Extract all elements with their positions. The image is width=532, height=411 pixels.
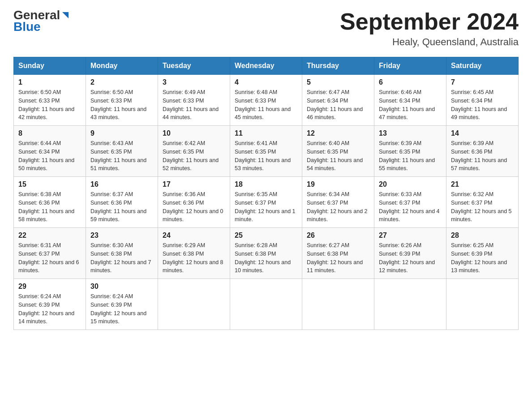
calendar-cell: 15 Sunrise: 6:38 AM Sunset: 6:36 PM Dayl…: [14, 177, 86, 228]
day-info: Sunrise: 6:48 AM Sunset: 6:33 PM Dayligh…: [235, 88, 297, 122]
day-number: 4: [235, 78, 297, 86]
calendar-week-3: 15 Sunrise: 6:38 AM Sunset: 6:36 PM Dayl…: [14, 177, 519, 228]
calendar-cell: 28 Sunrise: 6:25 AM Sunset: 6:39 PM Dayl…: [446, 228, 519, 279]
calendar-cell: 14 Sunrise: 6:39 AM Sunset: 6:36 PM Dayl…: [446, 126, 519, 177]
calendar-cell: [446, 279, 519, 330]
calendar-week-2: 8 Sunrise: 6:44 AM Sunset: 6:34 PM Dayli…: [14, 126, 519, 177]
day-info: Sunrise: 6:32 AM Sunset: 6:37 PM Dayligh…: [451, 190, 514, 224]
calendar-cell: 17 Sunrise: 6:36 AM Sunset: 6:36 PM Dayl…: [158, 177, 230, 228]
logo: General Blue: [13, 9, 71, 34]
header-saturday: Saturday: [446, 57, 519, 75]
day-number: 29: [18, 283, 81, 291]
calendar-cell: 25 Sunrise: 6:28 AM Sunset: 6:38 PM Dayl…: [230, 228, 302, 279]
day-number: 20: [379, 180, 442, 188]
day-info: Sunrise: 6:44 AM Sunset: 6:34 PM Dayligh…: [18, 139, 81, 173]
day-number: 12: [307, 129, 369, 137]
calendar-cell: 18 Sunrise: 6:35 AM Sunset: 6:37 PM Dayl…: [230, 177, 302, 228]
calendar-cell: 16 Sunrise: 6:37 AM Sunset: 6:36 PM Dayl…: [86, 177, 158, 228]
calendar-cell: 12 Sunrise: 6:40 AM Sunset: 6:35 PM Dayl…: [302, 126, 374, 177]
calendar-cell: 19 Sunrise: 6:34 AM Sunset: 6:37 PM Dayl…: [302, 177, 374, 228]
calendar-cell: [374, 279, 446, 330]
calendar-cell: 2 Sunrise: 6:50 AM Sunset: 6:33 PM Dayli…: [86, 75, 158, 126]
calendar-header-row: Sunday Monday Tuesday Wednesday Thursday…: [14, 57, 519, 75]
calendar-cell: 21 Sunrise: 6:32 AM Sunset: 6:37 PM Dayl…: [446, 177, 519, 228]
day-number: 9: [90, 129, 153, 137]
day-number: 17: [163, 180, 225, 188]
page-header: General Blue September 2024 Healy, Queen…: [13, 9, 519, 48]
day-info: Sunrise: 6:33 AM Sunset: 6:37 PM Dayligh…: [379, 190, 442, 224]
day-number: 6: [379, 78, 442, 86]
day-info: Sunrise: 6:47 AM Sunset: 6:34 PM Dayligh…: [307, 88, 369, 122]
day-info: Sunrise: 6:24 AM Sunset: 6:39 PM Dayligh…: [90, 292, 153, 326]
day-number: 28: [451, 231, 514, 240]
calendar-cell: [158, 279, 230, 330]
calendar-cell: 3 Sunrise: 6:49 AM Sunset: 6:33 PM Dayli…: [158, 75, 230, 126]
day-info: Sunrise: 6:40 AM Sunset: 6:35 PM Dayligh…: [307, 139, 369, 173]
logo-triangle-icon: [60, 10, 70, 20]
day-info: Sunrise: 6:41 AM Sunset: 6:35 PM Dayligh…: [235, 139, 297, 173]
day-number: 21: [451, 180, 514, 188]
calendar-cell: 13 Sunrise: 6:39 AM Sunset: 6:35 PM Dayl…: [374, 126, 446, 177]
day-info: Sunrise: 6:45 AM Sunset: 6:34 PM Dayligh…: [451, 88, 514, 122]
day-number: 23: [90, 231, 153, 240]
calendar-cell: 24 Sunrise: 6:29 AM Sunset: 6:38 PM Dayl…: [158, 228, 230, 279]
day-number: 26: [307, 231, 369, 240]
day-info: Sunrise: 6:30 AM Sunset: 6:38 PM Dayligh…: [90, 241, 153, 275]
header-sunday: Sunday: [14, 57, 86, 75]
header-friday: Friday: [374, 57, 446, 75]
day-number: 19: [307, 180, 369, 188]
header-tuesday: Tuesday: [158, 57, 230, 75]
day-number: 3: [163, 78, 225, 86]
calendar-cell: 23 Sunrise: 6:30 AM Sunset: 6:38 PM Dayl…: [86, 228, 158, 279]
day-number: 5: [307, 78, 369, 86]
logo-blue: Blue: [13, 20, 41, 34]
day-info: Sunrise: 6:36 AM Sunset: 6:36 PM Dayligh…: [163, 190, 225, 224]
calendar-cell: 10 Sunrise: 6:42 AM Sunset: 6:35 PM Dayl…: [158, 126, 230, 177]
day-info: Sunrise: 6:39 AM Sunset: 6:36 PM Dayligh…: [451, 139, 514, 173]
day-number: 8: [18, 129, 81, 137]
day-number: 30: [90, 283, 153, 291]
day-number: 7: [451, 78, 514, 86]
day-info: Sunrise: 6:49 AM Sunset: 6:33 PM Dayligh…: [163, 88, 225, 122]
day-info: Sunrise: 6:35 AM Sunset: 6:37 PM Dayligh…: [235, 190, 297, 224]
day-info: Sunrise: 6:28 AM Sunset: 6:38 PM Dayligh…: [235, 241, 297, 275]
calendar-cell: 26 Sunrise: 6:27 AM Sunset: 6:38 PM Dayl…: [302, 228, 374, 279]
day-info: Sunrise: 6:27 AM Sunset: 6:38 PM Dayligh…: [307, 241, 369, 275]
day-info: Sunrise: 6:24 AM Sunset: 6:39 PM Dayligh…: [18, 292, 81, 326]
day-number: 24: [163, 231, 225, 240]
calendar-cell: 11 Sunrise: 6:41 AM Sunset: 6:35 PM Dayl…: [230, 126, 302, 177]
day-number: 15: [18, 180, 81, 188]
day-info: Sunrise: 6:50 AM Sunset: 6:33 PM Dayligh…: [90, 88, 153, 122]
calendar-cell: 6 Sunrise: 6:46 AM Sunset: 6:34 PM Dayli…: [374, 75, 446, 126]
calendar-cell: 30 Sunrise: 6:24 AM Sunset: 6:39 PM Dayl…: [86, 279, 158, 330]
calendar-cell: 5 Sunrise: 6:47 AM Sunset: 6:34 PM Dayli…: [302, 75, 374, 126]
calendar-cell: 27 Sunrise: 6:26 AM Sunset: 6:39 PM Dayl…: [374, 228, 446, 279]
calendar-week-5: 29 Sunrise: 6:24 AM Sunset: 6:39 PM Dayl…: [14, 279, 519, 330]
calendar-cell: 8 Sunrise: 6:44 AM Sunset: 6:34 PM Dayli…: [14, 126, 86, 177]
day-number: 16: [90, 180, 153, 188]
day-number: 22: [18, 231, 81, 240]
calendar-week-1: 1 Sunrise: 6:50 AM Sunset: 6:33 PM Dayli…: [14, 75, 519, 126]
calendar-cell: 1 Sunrise: 6:50 AM Sunset: 6:33 PM Dayli…: [14, 75, 86, 126]
day-info: Sunrise: 6:31 AM Sunset: 6:37 PM Dayligh…: [18, 241, 81, 275]
day-info: Sunrise: 6:39 AM Sunset: 6:35 PM Dayligh…: [379, 139, 442, 173]
day-info: Sunrise: 6:37 AM Sunset: 6:36 PM Dayligh…: [90, 190, 153, 224]
calendar-subtitle: Healy, Queensland, Australia: [340, 36, 519, 48]
day-number: 11: [235, 129, 297, 137]
calendar-cell: [302, 279, 374, 330]
calendar-cell: 22 Sunrise: 6:31 AM Sunset: 6:37 PM Dayl…: [14, 228, 86, 279]
day-number: 1: [18, 78, 81, 86]
day-info: Sunrise: 6:34 AM Sunset: 6:37 PM Dayligh…: [307, 190, 369, 224]
calendar-cell: 9 Sunrise: 6:43 AM Sunset: 6:35 PM Dayli…: [86, 126, 158, 177]
header-thursday: Thursday: [302, 57, 374, 75]
day-number: 25: [235, 231, 297, 240]
svg-marker-0: [62, 12, 69, 18]
day-info: Sunrise: 6:25 AM Sunset: 6:39 PM Dayligh…: [451, 241, 514, 275]
header-wednesday: Wednesday: [230, 57, 302, 75]
day-info: Sunrise: 6:29 AM Sunset: 6:38 PM Dayligh…: [163, 241, 225, 275]
day-number: 27: [379, 231, 442, 240]
calendar-title-area: September 2024 Healy, Queensland, Austra…: [340, 9, 519, 48]
calendar-cell: 20 Sunrise: 6:33 AM Sunset: 6:37 PM Dayl…: [374, 177, 446, 228]
day-info: Sunrise: 6:43 AM Sunset: 6:35 PM Dayligh…: [90, 139, 153, 173]
calendar-cell: [230, 279, 302, 330]
